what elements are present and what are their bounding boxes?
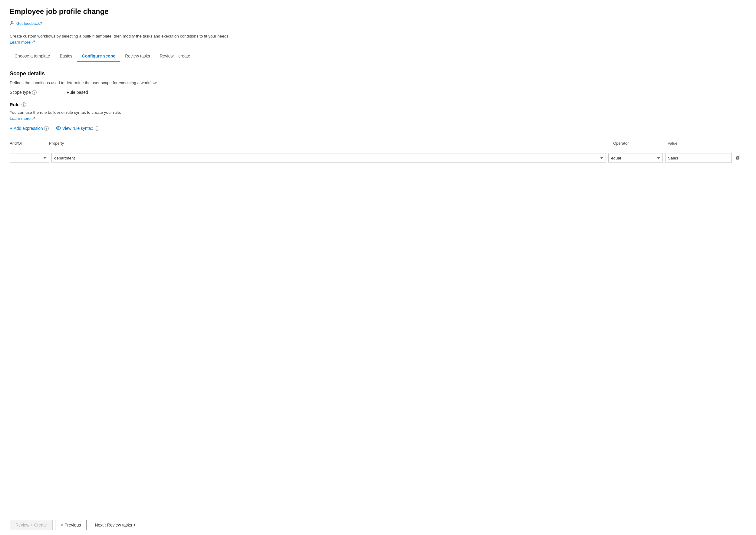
rule-table-header: And/Or Property Operator Value — [10, 141, 746, 148]
tabs-nav: Choose a template Basics Configure scope… — [10, 50, 746, 62]
plus-icon: + — [10, 126, 13, 131]
ellipsis-button[interactable]: ... — [112, 8, 121, 15]
scope-type-info-icon: i — [32, 90, 37, 95]
delete-cell — [734, 154, 746, 162]
description-section: Create custom workflows by selecting a b… — [10, 34, 746, 44]
feedback-row: Got feedback? — [10, 20, 746, 30]
scope-type-label: Scope type i — [10, 90, 64, 95]
view-rule-syntax-button[interactable]: View rule syntax i — [56, 126, 99, 131]
eye-icon — [56, 126, 61, 131]
rule-external-icon — [32, 116, 35, 121]
page-title-row: Employee job profile change ... — [10, 7, 746, 16]
next-button[interactable]: Next : Review tasks > — [89, 520, 141, 530]
rule-actions-row: + Add expression i View rule syntax — [10, 126, 746, 135]
svg-rect-4 — [737, 157, 738, 159]
previous-button[interactable]: < Previous — [55, 520, 87, 530]
rule-learn-more-link[interactable]: Learn more — [10, 116, 35, 121]
rule-description: You can use the rule builder or rule syn… — [10, 110, 746, 115]
scope-type-row: Scope type i Rule based — [10, 90, 746, 95]
scope-type-value: Rule based — [67, 90, 88, 95]
svg-point-3 — [58, 128, 59, 128]
col-and-or: And/Or — [10, 141, 49, 146]
scope-description: Defines the conditions used to determine… — [10, 80, 746, 85]
property-cell: department jobTitle country — [51, 153, 606, 163]
operator-select[interactable]: equal not equal contains — [608, 153, 663, 163]
scope-details-section: Scope details Defines the conditions use… — [10, 70, 746, 165]
svg-point-0 — [11, 21, 13, 23]
footer-bar: Review + Create < Previous Next : Review… — [0, 515, 756, 535]
add-expression-button[interactable]: + Add expression i — [10, 126, 49, 131]
rule-title: Rule i — [10, 102, 746, 107]
review-create-button: Review + Create — [10, 520, 53, 530]
tab-review-tasks[interactable]: Review tasks — [120, 50, 154, 62]
tab-basics[interactable]: Basics — [55, 50, 77, 62]
property-select[interactable]: department jobTitle country — [51, 153, 606, 163]
tab-choose-template[interactable]: Choose a template — [10, 50, 55, 62]
tab-configure-scope[interactable]: Configure scope — [77, 50, 120, 62]
trash-icon — [736, 155, 740, 160]
add-expression-info-icon: i — [44, 126, 49, 131]
table-row: And Or department jobTitle country equal… — [10, 151, 746, 165]
page-title: Employee job profile change — [10, 7, 109, 16]
rule-section: Rule i You can use the rule builder or r… — [10, 102, 746, 165]
operator-cell: equal not equal contains — [608, 153, 663, 163]
description-text: Create custom workflows by selecting a b… — [10, 34, 746, 39]
delete-row-button[interactable] — [734, 154, 742, 162]
rule-info-icon: i — [21, 102, 26, 107]
learn-more-top-link[interactable]: Learn more — [10, 40, 35, 44]
and-or-select[interactable]: And Or — [10, 153, 49, 163]
col-actions — [734, 141, 746, 146]
col-operator: Operator — [613, 141, 668, 146]
feedback-link[interactable]: Got feedback? — [16, 21, 42, 26]
external-link-icon — [32, 40, 35, 44]
col-property: Property — [49, 141, 613, 146]
svg-rect-5 — [738, 157, 738, 159]
scope-section-title: Scope details — [10, 70, 746, 77]
svg-rect-6 — [739, 157, 739, 159]
value-cell — [665, 153, 732, 163]
value-input[interactable] — [665, 153, 732, 163]
and-or-cell: And Or — [10, 153, 49, 163]
tab-review-create[interactable]: Review + create — [155, 50, 195, 62]
feedback-icon — [10, 20, 14, 26]
view-syntax-info-icon: i — [95, 126, 99, 131]
col-value: Value — [668, 141, 734, 146]
